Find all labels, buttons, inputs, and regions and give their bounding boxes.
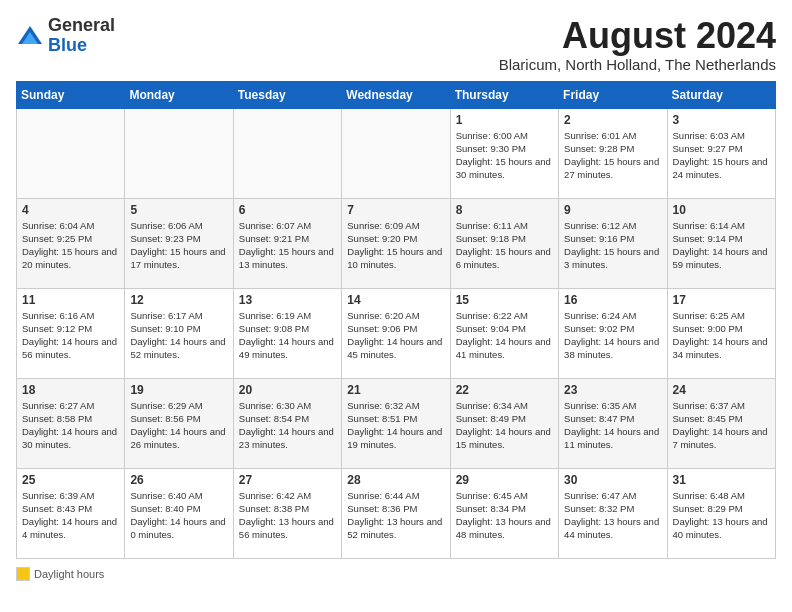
weekday-header-tuesday: Tuesday xyxy=(233,81,341,108)
day-number: 9 xyxy=(564,203,661,217)
calendar-day-cell: 30 Sunrise: 6:47 AMSunset: 8:32 PMDaylig… xyxy=(559,468,667,558)
calendar-day-cell: 21 Sunrise: 6:32 AMSunset: 8:51 PMDaylig… xyxy=(342,378,450,468)
logo-blue-text: Blue xyxy=(48,35,87,55)
day-info: Sunrise: 6:17 AMSunset: 9:10 PMDaylight:… xyxy=(130,310,225,361)
calendar-day-cell: 13 Sunrise: 6:19 AMSunset: 9:08 PMDaylig… xyxy=(233,288,341,378)
legend: Daylight hours xyxy=(16,567,776,583)
day-number: 8 xyxy=(456,203,553,217)
day-info: Sunrise: 6:04 AMSunset: 9:25 PMDaylight:… xyxy=(22,220,117,271)
legend-label: Daylight hours xyxy=(34,568,104,580)
calendar-day-cell: 8 Sunrise: 6:11 AMSunset: 9:18 PMDayligh… xyxy=(450,198,558,288)
location-subtitle: Blaricum, North Holland, The Netherlands xyxy=(499,56,776,73)
day-number: 15 xyxy=(456,293,553,307)
calendar-day-cell xyxy=(233,108,341,198)
day-info: Sunrise: 6:39 AMSunset: 8:43 PMDaylight:… xyxy=(22,490,117,541)
day-number: 17 xyxy=(673,293,770,307)
day-info: Sunrise: 6:27 AMSunset: 8:58 PMDaylight:… xyxy=(22,400,117,451)
calendar-day-cell xyxy=(17,108,125,198)
day-number: 31 xyxy=(673,473,770,487)
day-number: 16 xyxy=(564,293,661,307)
calendar-week-row: 25 Sunrise: 6:39 AMSunset: 8:43 PMDaylig… xyxy=(17,468,776,558)
calendar-day-cell xyxy=(125,108,233,198)
day-info: Sunrise: 6:35 AMSunset: 8:47 PMDaylight:… xyxy=(564,400,659,451)
calendar-week-row: 18 Sunrise: 6:27 AMSunset: 8:58 PMDaylig… xyxy=(17,378,776,468)
day-info: Sunrise: 6:34 AMSunset: 8:49 PMDaylight:… xyxy=(456,400,551,451)
weekday-header-saturday: Saturday xyxy=(667,81,775,108)
calendar-day-cell: 4 Sunrise: 6:04 AMSunset: 9:25 PMDayligh… xyxy=(17,198,125,288)
title-area: August 2024 Blaricum, North Holland, The… xyxy=(499,16,776,73)
day-info: Sunrise: 6:48 AMSunset: 8:29 PMDaylight:… xyxy=(673,490,768,541)
calendar-day-cell: 2 Sunrise: 6:01 AMSunset: 9:28 PMDayligh… xyxy=(559,108,667,198)
calendar-week-row: 11 Sunrise: 6:16 AMSunset: 9:12 PMDaylig… xyxy=(17,288,776,378)
weekday-header-sunday: Sunday xyxy=(17,81,125,108)
calendar-day-cell: 16 Sunrise: 6:24 AMSunset: 9:02 PMDaylig… xyxy=(559,288,667,378)
day-number: 18 xyxy=(22,383,119,397)
logo-icon xyxy=(16,22,44,50)
day-info: Sunrise: 6:22 AMSunset: 9:04 PMDaylight:… xyxy=(456,310,551,361)
day-number: 24 xyxy=(673,383,770,397)
weekday-header-row: SundayMondayTuesdayWednesdayThursdayFrid… xyxy=(17,81,776,108)
calendar-day-cell: 17 Sunrise: 6:25 AMSunset: 9:00 PMDaylig… xyxy=(667,288,775,378)
calendar-day-cell: 22 Sunrise: 6:34 AMSunset: 8:49 PMDaylig… xyxy=(450,378,558,468)
weekday-header-friday: Friday xyxy=(559,81,667,108)
day-info: Sunrise: 6:40 AMSunset: 8:40 PMDaylight:… xyxy=(130,490,225,541)
day-number: 29 xyxy=(456,473,553,487)
logo-general-text: General xyxy=(48,15,115,35)
legend-color-box xyxy=(16,567,30,581)
calendar-day-cell: 24 Sunrise: 6:37 AMSunset: 8:45 PMDaylig… xyxy=(667,378,775,468)
day-number: 4 xyxy=(22,203,119,217)
day-number: 25 xyxy=(22,473,119,487)
day-number: 3 xyxy=(673,113,770,127)
day-info: Sunrise: 6:25 AMSunset: 9:00 PMDaylight:… xyxy=(673,310,768,361)
calendar-day-cell: 31 Sunrise: 6:48 AMSunset: 8:29 PMDaylig… xyxy=(667,468,775,558)
day-info: Sunrise: 6:11 AMSunset: 9:18 PMDaylight:… xyxy=(456,220,551,271)
day-number: 22 xyxy=(456,383,553,397)
weekday-header-monday: Monday xyxy=(125,81,233,108)
calendar-day-cell: 27 Sunrise: 6:42 AMSunset: 8:38 PMDaylig… xyxy=(233,468,341,558)
calendar-week-row: 1 Sunrise: 6:00 AMSunset: 9:30 PMDayligh… xyxy=(17,108,776,198)
calendar-day-cell: 3 Sunrise: 6:03 AMSunset: 9:27 PMDayligh… xyxy=(667,108,775,198)
calendar-day-cell xyxy=(342,108,450,198)
day-info: Sunrise: 6:30 AMSunset: 8:54 PMDaylight:… xyxy=(239,400,334,451)
day-number: 28 xyxy=(347,473,444,487)
calendar-day-cell: 20 Sunrise: 6:30 AMSunset: 8:54 PMDaylig… xyxy=(233,378,341,468)
day-number: 6 xyxy=(239,203,336,217)
calendar-week-row: 4 Sunrise: 6:04 AMSunset: 9:25 PMDayligh… xyxy=(17,198,776,288)
day-number: 23 xyxy=(564,383,661,397)
day-number: 27 xyxy=(239,473,336,487)
day-number: 5 xyxy=(130,203,227,217)
day-number: 2 xyxy=(564,113,661,127)
day-info: Sunrise: 6:45 AMSunset: 8:34 PMDaylight:… xyxy=(456,490,551,541)
day-info: Sunrise: 6:37 AMSunset: 8:45 PMDaylight:… xyxy=(673,400,768,451)
day-info: Sunrise: 6:00 AMSunset: 9:30 PMDaylight:… xyxy=(456,130,551,181)
calendar-day-cell: 7 Sunrise: 6:09 AMSunset: 9:20 PMDayligh… xyxy=(342,198,450,288)
logo: General Blue xyxy=(16,16,115,56)
day-number: 14 xyxy=(347,293,444,307)
calendar-day-cell: 18 Sunrise: 6:27 AMSunset: 8:58 PMDaylig… xyxy=(17,378,125,468)
day-info: Sunrise: 6:03 AMSunset: 9:27 PMDaylight:… xyxy=(673,130,768,181)
day-info: Sunrise: 6:12 AMSunset: 9:16 PMDaylight:… xyxy=(564,220,659,271)
calendar-day-cell: 25 Sunrise: 6:39 AMSunset: 8:43 PMDaylig… xyxy=(17,468,125,558)
day-number: 1 xyxy=(456,113,553,127)
day-number: 21 xyxy=(347,383,444,397)
day-info: Sunrise: 6:44 AMSunset: 8:36 PMDaylight:… xyxy=(347,490,442,541)
calendar-day-cell: 1 Sunrise: 6:00 AMSunset: 9:30 PMDayligh… xyxy=(450,108,558,198)
day-info: Sunrise: 6:07 AMSunset: 9:21 PMDaylight:… xyxy=(239,220,334,271)
day-number: 11 xyxy=(22,293,119,307)
day-info: Sunrise: 6:01 AMSunset: 9:28 PMDaylight:… xyxy=(564,130,659,181)
calendar-day-cell: 11 Sunrise: 6:16 AMSunset: 9:12 PMDaylig… xyxy=(17,288,125,378)
day-info: Sunrise: 6:16 AMSunset: 9:12 PMDaylight:… xyxy=(22,310,117,361)
day-number: 7 xyxy=(347,203,444,217)
calendar-day-cell: 15 Sunrise: 6:22 AMSunset: 9:04 PMDaylig… xyxy=(450,288,558,378)
day-info: Sunrise: 6:20 AMSunset: 9:06 PMDaylight:… xyxy=(347,310,442,361)
day-number: 13 xyxy=(239,293,336,307)
day-number: 30 xyxy=(564,473,661,487)
day-number: 19 xyxy=(130,383,227,397)
day-number: 12 xyxy=(130,293,227,307)
calendar-day-cell: 12 Sunrise: 6:17 AMSunset: 9:10 PMDaylig… xyxy=(125,288,233,378)
day-number: 20 xyxy=(239,383,336,397)
calendar-day-cell: 6 Sunrise: 6:07 AMSunset: 9:21 PMDayligh… xyxy=(233,198,341,288)
day-info: Sunrise: 6:29 AMSunset: 8:56 PMDaylight:… xyxy=(130,400,225,451)
calendar-day-cell: 9 Sunrise: 6:12 AMSunset: 9:16 PMDayligh… xyxy=(559,198,667,288)
month-year-title: August 2024 xyxy=(499,16,776,56)
